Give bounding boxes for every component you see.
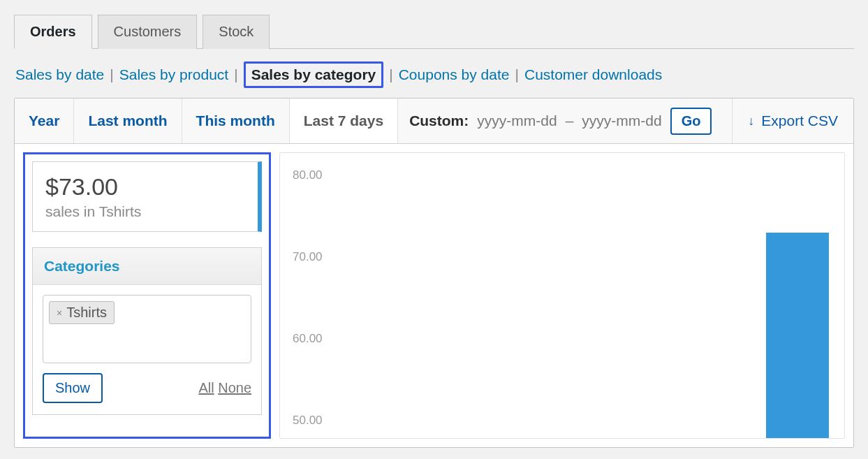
tab-orders[interactable]: Orders [14, 15, 92, 49]
subtab-sales-by-category[interactable]: Sales by category [244, 61, 384, 88]
separator: | [110, 66, 113, 83]
export-csv-button[interactable]: ↓ Export CSV [733, 99, 853, 143]
remove-tag-icon[interactable]: × [57, 307, 62, 319]
range-last-month[interactable]: Last month [74, 99, 182, 143]
report-sub-tabs: Sales by date | Sales by product | Sales… [14, 49, 854, 98]
report-body: $73.00 sales in Tshirts Categories × Tsh… [15, 144, 853, 447]
select-none-link[interactable]: None [218, 380, 251, 395]
category-tag-label: Tshirts [66, 305, 107, 321]
report-panel: Year Last month This month Last 7 days C… [14, 98, 854, 448]
report-sidebar: $73.00 sales in Tshirts Categories × Tsh… [23, 152, 271, 439]
range-this-month[interactable]: This month [182, 99, 290, 143]
subtab-sales-by-date[interactable]: Sales by date [15, 66, 104, 83]
date-dash: – [566, 112, 574, 129]
chart-y-tick: 80.00 [293, 168, 323, 182]
show-button[interactable]: Show [43, 373, 103, 403]
custom-label: Custom: [409, 112, 469, 129]
tab-customers[interactable]: Customers [98, 15, 198, 49]
go-button[interactable]: Go [670, 108, 712, 135]
category-actions: Show All None [43, 363, 251, 405]
separator: | [389, 66, 392, 83]
date-range-row: Year Last month This month Last 7 days C… [15, 99, 853, 144]
range-last-7-days[interactable]: Last 7 days [290, 99, 398, 143]
chart-bar[interactable] [766, 233, 829, 438]
subtab-coupons-by-date[interactable]: Coupons by date [399, 66, 510, 83]
sales-label: sales in Tshirts [45, 203, 245, 220]
chart-y-tick: 50.00 [293, 414, 323, 428]
date-to-input[interactable]: yyyy-mm-dd [582, 112, 661, 129]
separator: | [515, 66, 519, 83]
categories-panel: Categories × Tshirts Show All None [32, 247, 262, 415]
tab-stock[interactable]: Stock [203, 15, 270, 49]
download-icon: ↓ [748, 114, 754, 129]
category-select-input[interactable]: × Tshirts [43, 295, 251, 363]
report-main-tabs: Orders Customers Stock [14, 14, 854, 49]
separator: | [234, 66, 237, 83]
date-from-input[interactable]: yyyy-mm-dd [477, 112, 557, 129]
export-label: Export CSV [761, 112, 838, 129]
subtab-sales-by-product[interactable]: Sales by product [119, 66, 228, 83]
all-none-links: All None [198, 380, 251, 396]
sales-chart: 80.0070.0060.0050.00 [279, 152, 845, 439]
categories-body: × Tshirts Show All None [33, 285, 261, 414]
sales-amount: $73.00 [45, 173, 245, 201]
sales-stat-box[interactable]: $73.00 sales in Tshirts [32, 161, 262, 232]
range-year[interactable]: Year [15, 99, 74, 143]
chart-y-tick: 70.00 [293, 250, 323, 264]
category-tag: × Tshirts [49, 301, 115, 324]
categories-header[interactable]: Categories [33, 248, 261, 285]
chart-y-tick: 60.00 [293, 332, 323, 346]
range-custom: Custom: yyyy-mm-dd – yyyy-mm-dd Go [398, 99, 733, 143]
subtab-customer-downloads[interactable]: Customer downloads [524, 66, 662, 83]
select-all-link[interactable]: All [198, 380, 214, 395]
